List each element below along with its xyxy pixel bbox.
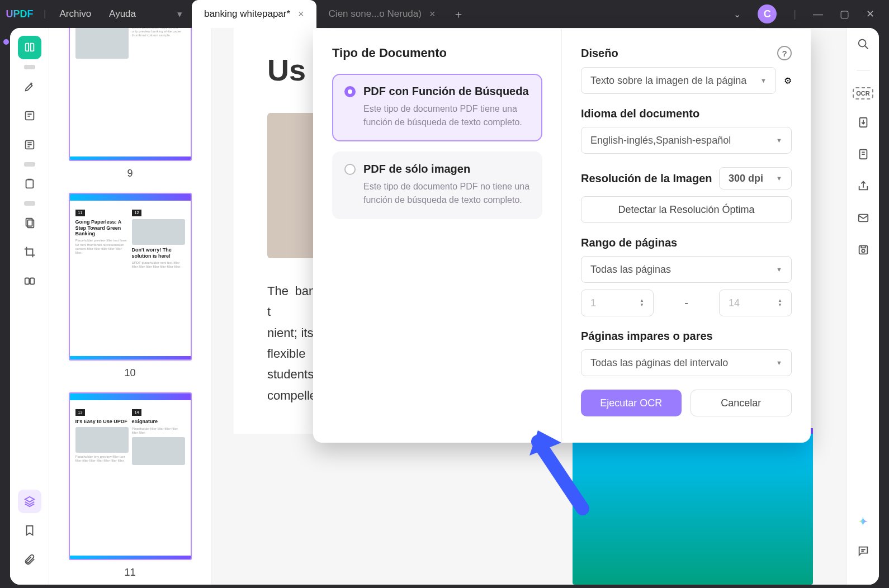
svg-point-7: [858, 40, 866, 47]
thumbnail[interactable]: Lorem ipsum dolor sit amet te eu ad per …: [66, 28, 194, 179]
maximize-icon[interactable]: ▢: [840, 8, 849, 20]
new-tab-button[interactable]: ＋: [447, 0, 470, 28]
separator: [857, 70, 870, 70]
instruction-arrow: [521, 425, 594, 522]
separator: [24, 65, 35, 69]
chevron-down-icon: ▼: [776, 266, 782, 273]
comment-icon[interactable]: [857, 545, 869, 560]
doc-type-heading: Tipo de Documento: [332, 46, 542, 60]
radio-icon: [344, 86, 356, 97]
odd-even-label: Páginas impares o pares: [581, 330, 713, 343]
select-value: Todas las páginas del intervalo: [590, 357, 728, 369]
tab-label: Cien sone...o Neruda): [329, 8, 422, 20]
menu-help[interactable]: Ayuda: [100, 8, 145, 20]
side-indicator-dot: [3, 39, 9, 45]
save-icon[interactable]: [857, 244, 869, 259]
right-toolbar: OCR ✦: [847, 28, 879, 585]
compare-tool[interactable]: [18, 269, 41, 293]
mail-icon[interactable]: [857, 212, 869, 227]
thumbnail-panel[interactable]: Lorem ipsum dolor sit amet te eu ad per …: [49, 28, 211, 585]
reader-mode-button[interactable]: [18, 36, 41, 59]
edit-text-tool[interactable]: [18, 104, 41, 127]
option-description: Este tipo de documento PDF no tiene una …: [344, 180, 530, 207]
layers-button[interactable]: [18, 490, 41, 513]
compress-icon[interactable]: [857, 148, 869, 163]
chevron-down-icon: ▼: [776, 137, 782, 144]
close-icon[interactable]: ×: [429, 8, 436, 20]
chevron-down-icon: ▼: [776, 175, 782, 182]
range-from-field[interactable]: 1▲▼: [581, 290, 654, 316]
crop-tool[interactable]: [18, 240, 41, 264]
thumbnail-page-number: 10: [66, 367, 194, 379]
radio-icon: [344, 164, 356, 175]
resolution-label: Resolución de la Imagen: [581, 172, 712, 185]
svg-rect-2: [26, 180, 33, 188]
highlight-tool[interactable]: [18, 75, 41, 98]
search-icon[interactable]: [857, 38, 869, 53]
ai-icon[interactable]: ✦: [858, 515, 868, 528]
odd-even-select[interactable]: Todas las páginas del intervalo▼: [581, 349, 792, 376]
left-toolbar: [10, 28, 49, 585]
chevron-down-icon[interactable]: ⌄: [734, 9, 741, 20]
attachment-button[interactable]: [18, 548, 41, 571]
gear-icon[interactable]: ⚙: [784, 75, 792, 86]
language-select[interactable]: English-inglés,Spanish-español▼: [581, 127, 792, 154]
close-window-icon[interactable]: ✕: [866, 8, 874, 20]
separator: [24, 162, 35, 167]
thumbnail-page-number: 11: [66, 567, 194, 578]
tab-other[interactable]: Cien sone...o Neruda) ×: [316, 0, 448, 28]
window-controls: ⌄ C | — ▢ ✕: [734, 4, 889, 23]
minimize-icon[interactable]: —: [813, 8, 823, 20]
thumbnail[interactable]: 13It's Easy to Use UPDFPlaceholder tiny …: [66, 392, 194, 578]
svg-point-12: [862, 249, 865, 253]
chevron-down-icon: ▼: [776, 359, 782, 366]
doc-type-searchable-option[interactable]: PDF con Función de Búsqueda Este tipo de…: [332, 74, 542, 141]
help-icon[interactable]: ?: [777, 46, 792, 60]
select-value: 300 dpi: [729, 173, 763, 184]
run-ocr-button[interactable]: Ejecutar OCR: [581, 390, 682, 416]
avatar[interactable]: C: [758, 4, 777, 23]
doc-type-image-only-option[interactable]: PDF de sólo imagen Este tipo de document…: [332, 151, 542, 219]
separator: |: [44, 8, 46, 20]
design-label: Diseño: [581, 47, 618, 60]
svg-rect-5: [25, 278, 29, 284]
svg-rect-6: [30, 278, 34, 284]
chevron-down-icon: ▼: [760, 77, 767, 84]
thumbnail[interactable]: 11Going Paperless: A Step Toward Green B…: [66, 193, 194, 379]
thumbnail-page-number: 9: [66, 168, 194, 179]
select-value: Texto sobre la imagen de la página: [590, 75, 746, 87]
ocr-settings-panel: Tipo de Documento PDF con Función de Bús…: [313, 29, 811, 443]
convert-icon[interactable]: [857, 116, 869, 131]
field-value: 1: [590, 297, 596, 309]
option-title: PDF de sólo imagen: [363, 163, 470, 176]
form-tool[interactable]: [18, 133, 41, 157]
tab-active[interactable]: banking whitepapar* ×: [192, 0, 316, 28]
select-value: Todas las páginas: [590, 264, 671, 276]
share-icon[interactable]: [857, 180, 869, 195]
option-title: PDF con Función de Búsqueda: [363, 85, 529, 98]
close-icon[interactable]: ×: [298, 8, 304, 20]
page-range-label: Rango de páginas: [581, 236, 677, 249]
chevron-down-icon: ▾: [177, 8, 182, 20]
range-to-field[interactable]: 14▲▼: [719, 290, 792, 316]
cancel-button[interactable]: Cancelar: [691, 390, 792, 416]
organize-pages-tool[interactable]: [18, 211, 41, 235]
range-separator: -: [663, 297, 710, 310]
spinner-icon[interactable]: ▲▼: [778, 298, 782, 307]
redact-tool[interactable]: [18, 172, 41, 196]
tab-expand[interactable]: ▾: [167, 0, 192, 28]
field-value: 14: [729, 297, 740, 309]
title-bar: UPDF | Archivo Ayuda ▾ banking whitepapa…: [0, 0, 889, 28]
page-range-select[interactable]: Todas las páginas▼: [581, 256, 792, 283]
detect-resolution-button[interactable]: Detectar la Resolución Óptima: [581, 196, 792, 223]
resolution-select[interactable]: 300 dpi▼: [719, 167, 792, 189]
option-description: Este tipo de documento PDF tiene una fun…: [344, 102, 530, 129]
document-side-image: [573, 428, 813, 585]
ocr-button[interactable]: OCR: [853, 87, 873, 99]
bookmark-button[interactable]: [18, 519, 41, 542]
tab-label: banking whitepapar*: [204, 8, 290, 20]
spinner-icon[interactable]: ▲▼: [640, 298, 644, 307]
menu-file[interactable]: Archivo: [50, 8, 100, 20]
separator: |: [793, 8, 796, 20]
design-select[interactable]: Texto sobre la imagen de la página▼: [581, 67, 776, 94]
